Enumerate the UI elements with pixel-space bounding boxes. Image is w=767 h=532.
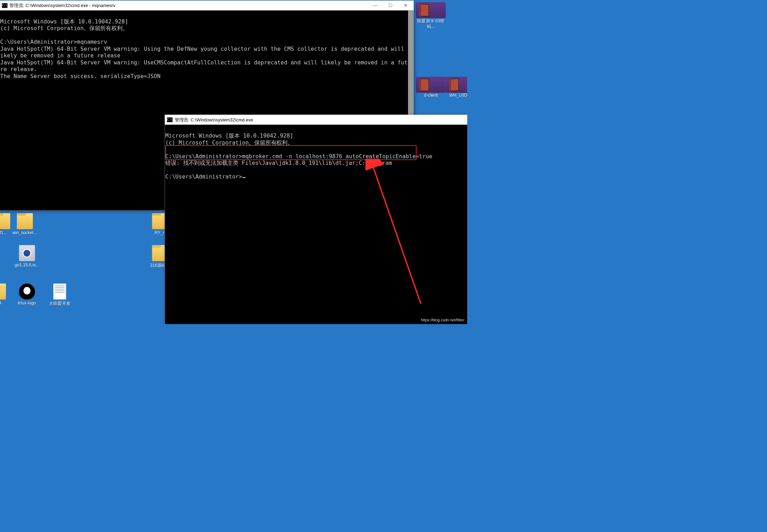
terminal-output[interactable]: Microsoft Windows [版本 10.0.19042.928] (c… — [165, 125, 467, 324]
line: (c) Microsoft Corporation。保留所有权利。 — [165, 139, 293, 146]
icon-label: x64 — [0, 301, 1, 305]
titlebar[interactable]: C:\ 管理员: C:\Windows\system32\cmd.exe - m… — [0, 1, 414, 10]
icon-label: 大联盟开发 — [49, 301, 70, 306]
annotation-arrow — [365, 159, 434, 308]
desktop-icon-x64[interactable]: x64 — [0, 284, 8, 306]
line: C:\Users\Administrator>mqbroker.cmd -n l… — [165, 153, 433, 159]
window-title: 管理员: C:\Windows\system32\cmd.exe - mqnam… — [9, 2, 367, 8]
line: (c) Microsoft Corporation。保留所有权利。 — [0, 25, 128, 31]
cmd-icon: C:\ — [167, 117, 173, 122]
desktop-icon-whu3d[interactable]: WH_U3D_.. — [446, 77, 467, 98]
watermark: https://blog.csdn.net/fittec — [421, 318, 464, 322]
desktop-icon-dalianmeng[interactable]: 大联盟开发 — [45, 284, 75, 307]
icon-label: RY_n — [155, 230, 165, 235]
titlebar[interactable]: C:\ 管理员: C:\Windows\system32\cmd.exe — [165, 115, 467, 125]
close-button[interactable]: ✕ — [398, 1, 414, 10]
icon-label: go1.15.6.w... — [15, 262, 39, 267]
window-title: 管理员: C:\Windows\system32\cmd.exe — [175, 117, 467, 122]
icon-label: 4f1... — [0, 230, 7, 235]
line: Java HotSpot(TM) 64-Bit Server VM warnin… — [0, 46, 411, 59]
line: Microsoft Windows [版本 10.0.19042.928] — [0, 18, 128, 24]
line: C:\Users\Administrator>mqnamesrv — [0, 39, 107, 45]
cursor — [242, 177, 246, 178]
desktop-icon-linux[interactable]: linux-logo — [12, 284, 42, 306]
desktop-icon-go[interactable]: go1.15.6.w... — [12, 245, 42, 267]
icon-label: d-client — [424, 93, 438, 97]
line: Java HotSpot(TM) 64-Bit Server VM warnin… — [0, 59, 411, 72]
desktop-icon-dclient[interactable]: d-client — [416, 77, 446, 98]
desktop-icon-lianmeng[interactable]: 联盟房卡 53密码... — [416, 2, 446, 30]
line: The Name Server boot success. serializeT… — [0, 73, 161, 79]
desktop-icon-win-socket[interactable]: win_socket... — [10, 213, 40, 235]
icon-label: 联盟房卡 — [417, 19, 434, 23]
cmd-icon: C:\ — [2, 3, 7, 8]
icon-label: linux-logo — [18, 301, 36, 305]
desktop: 4f1... win_socket... RY_n go1.15.6.w... … — [0, 0, 467, 324]
line: Microsoft Windows [版本 10.0.19042.928] — [165, 133, 293, 139]
icon-label: WH_U3D_.. — [449, 93, 467, 97]
line: 错误: 找不到或无法加载主类 Files\Java\jdk1.8.0_191\l… — [165, 160, 392, 166]
window-buttons: — ☐ ✕ — [367, 1, 414, 10]
maximize-button[interactable]: ☐ — [383, 1, 398, 10]
svg-line-1 — [372, 163, 421, 304]
icon-label: win_socket... — [12, 230, 37, 235]
line: C:\Users\Administrator> — [165, 174, 242, 180]
minimize-button[interactable]: — — [367, 1, 383, 10]
cmd-window-broker[interactable]: C:\ 管理员: C:\Windows\system32\cmd.exe Mic… — [165, 115, 467, 324]
